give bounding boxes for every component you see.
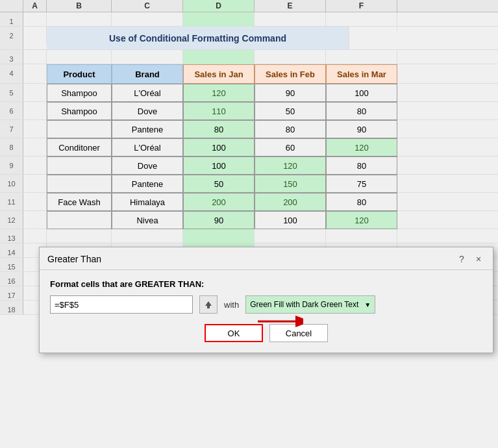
dialog-value-input[interactable]	[50, 295, 193, 314]
chevron-down-icon: ▼	[364, 301, 371, 308]
cell-10c-brand: Pantene	[112, 175, 183, 193]
cell-11e: 200	[255, 193, 326, 211]
dialog-upload-button[interactable]	[199, 295, 218, 314]
row-9: 9 Dove 100 120 80	[0, 156, 498, 175]
row-3: 3	[0, 50, 498, 64]
row-6: 6 Shampoo Dove 110 50 80	[0, 102, 498, 120]
row-num-12: 12	[0, 211, 23, 229]
row-num-9: 9	[0, 156, 23, 174]
red-arrow-icon	[258, 312, 303, 330]
cell-8f: 120	[326, 138, 397, 156]
cell-12a	[23, 211, 47, 229]
row-4: 4 Product Brand Sales in Jan Sales in Fe…	[0, 64, 498, 84]
cell-6a	[23, 102, 47, 120]
row-num-14: 14	[0, 243, 23, 257]
cell-12b-product	[47, 211, 112, 229]
cell-9c-brand: Dove	[112, 156, 183, 175]
upload-icon	[204, 300, 213, 309]
cell-2a	[23, 27, 47, 45]
row-num-11: 11	[0, 193, 23, 210]
col-header-e: E	[255, 0, 326, 12]
dialog-controls: ? ×	[455, 253, 485, 266]
row-num-10: 10	[0, 175, 23, 192]
cell-8c-brand: L'Oréal	[112, 138, 183, 156]
row-5: 5 Shampoo L'Oréal 120 90 100	[0, 84, 498, 102]
cell-9b-product	[47, 156, 112, 175]
cell-7e: 80	[255, 120, 326, 138]
row-num-1: 1	[0, 12, 23, 26]
cell-6f: 80	[326, 102, 397, 120]
cell-5a	[23, 84, 47, 102]
row-num-header	[0, 0, 23, 12]
col-header-b: B	[47, 0, 112, 12]
cell-7d: 80	[183, 120, 255, 138]
cell-7b-product	[47, 120, 112, 138]
row-num-13: 13	[0, 229, 23, 243]
cell-10e: 150	[255, 175, 326, 193]
cell-4a	[23, 64, 47, 82]
cell-10a	[23, 175, 47, 193]
cell-10f: 75	[326, 175, 397, 193]
dialog-body: Format cells that are GREATER THAN: with…	[40, 270, 493, 353]
row-2: 2 Use of Conditional Formatting Command	[0, 27, 498, 50]
cell-9f: 80	[326, 156, 397, 175]
col-header-f: F	[326, 0, 397, 12]
dialog-title: Greater Than	[47, 254, 101, 264]
dialog-instruction-label: Format cells that are GREATER THAN:	[50, 279, 482, 289]
cell-11a	[23, 193, 47, 211]
col-header-c: C	[112, 0, 183, 12]
row-num-18: 18	[0, 301, 23, 314]
row-10: 10 Pantene 50 150 75	[0, 175, 498, 193]
row-8: 8 Conditoner L'Oréal 100 60 120	[0, 138, 498, 156]
cell-12d: 90	[183, 211, 255, 229]
cell-8a	[23, 138, 47, 156]
cell-9e: 120	[255, 156, 326, 175]
row-num-3: 3	[0, 50, 23, 64]
cell-9a	[23, 156, 47, 175]
col-header-a: A	[23, 0, 47, 12]
spreadsheet-wrapper: A B C D E F 1 2 Use of Conditional Forma…	[0, 0, 498, 315]
cell-12c-brand: Nivea	[112, 211, 183, 229]
cell-11c-brand: Himalaya	[112, 193, 183, 211]
row-num-8: 8	[0, 138, 23, 156]
ok-button[interactable]: OK	[205, 324, 263, 342]
cell-8d: 100	[183, 138, 255, 156]
cell-5b-product: Shampoo	[47, 84, 112, 102]
cell-6e: 50	[255, 102, 326, 120]
row-num-15: 15	[0, 258, 23, 271]
row-13: 13	[0, 229, 498, 243]
cell-7a	[23, 120, 47, 138]
dialog-question-mark[interactable]: ?	[455, 253, 468, 266]
dialog-close-button[interactable]: ×	[472, 253, 485, 266]
svg-marker-0	[205, 301, 212, 308]
greater-than-dialog: Greater Than ? × Format cells that are G…	[39, 247, 493, 353]
cell-8e: 60	[255, 138, 326, 156]
row-7: 7 Pantene 80 80 90	[0, 120, 498, 138]
cell-7c-brand: Pantene	[112, 120, 183, 138]
row-num-17: 17	[0, 286, 23, 300]
cell-6c-brand: Dove	[112, 102, 183, 120]
row-num-7: 7	[0, 120, 23, 138]
cell-9d: 100	[183, 156, 255, 175]
dialog-format-dropdown[interactable]: Green Fill with Dark Green Text ▼	[245, 295, 375, 314]
row-num-2: 2	[0, 27, 23, 49]
dialog-dropdown-value: Green Fill with Dark Green Text	[250, 300, 358, 309]
cell-11d: 200	[183, 193, 255, 211]
dialog-with-text: with	[224, 300, 239, 310]
row-num-6: 6	[0, 102, 23, 119]
dialog-titlebar: Greater Than ? ×	[40, 247, 493, 270]
cell-5c-brand: L'Oréal	[112, 84, 183, 102]
dialog-button-area: OK Cancel	[50, 324, 482, 342]
arrow-indicator	[258, 312, 303, 330]
cell-10b-product	[47, 175, 112, 193]
cell-5e: 90	[255, 84, 326, 102]
header-product: Product	[47, 64, 112, 84]
header-jan: Sales in Jan	[183, 64, 255, 84]
cell-8b-product: Conditoner	[47, 138, 112, 156]
row-num-16: 16	[0, 272, 23, 286]
cell-11b-product: Face Wash	[47, 193, 112, 211]
row-num-4: 4	[0, 64, 23, 83]
col-header-d: D	[183, 0, 255, 12]
cell-5f: 100	[326, 84, 397, 102]
cell-6d: 110	[183, 102, 255, 120]
